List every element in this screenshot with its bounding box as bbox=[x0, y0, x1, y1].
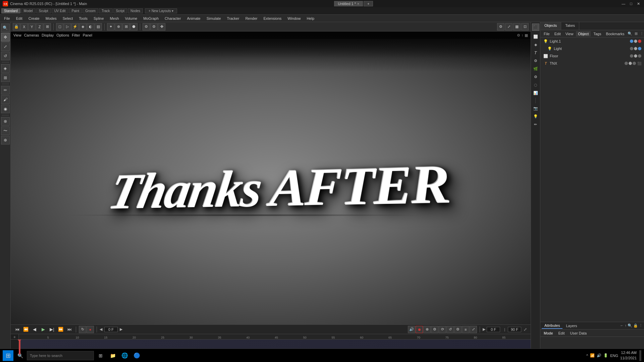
layout-sculpt[interactable]: Sculpt bbox=[36, 8, 51, 13]
layout-uvedit[interactable]: UV Edit bbox=[52, 8, 68, 13]
frame-rate[interactable]: ≡ bbox=[462, 326, 469, 333]
settings-btn[interactable]: ⚙ bbox=[150, 23, 158, 31]
tool-fx[interactable]: ⊗ bbox=[1, 117, 10, 126]
tab-takes[interactable]: Takes bbox=[561, 22, 579, 30]
tool-field[interactable]: 〜 bbox=[1, 126, 10, 135]
tool-scale[interactable]: ⤢ bbox=[1, 42, 10, 51]
dot-active-floor[interactable] bbox=[638, 54, 641, 58]
layout-track[interactable]: Track bbox=[99, 8, 113, 13]
object-item-light1[interactable]: 💡 Light.1 bbox=[540, 38, 644, 45]
view-fullscreen[interactable]: ⊡ bbox=[521, 23, 529, 31]
render-viewport[interactable]: ⚡ bbox=[71, 23, 79, 31]
record-anim[interactable]: ⏺ bbox=[416, 326, 423, 333]
ri-text[interactable]: T bbox=[532, 49, 539, 56]
pst-bookmarks[interactable]: Bookmarks bbox=[604, 31, 626, 37]
menu-animate[interactable]: Animate bbox=[184, 16, 203, 21]
coord-z[interactable]: Z bbox=[36, 23, 43, 31]
ri-dynamics[interactable]: ⚙ bbox=[532, 73, 539, 80]
atb-edit[interactable]: Edit bbox=[556, 330, 567, 336]
prev-keyframe-button[interactable]: ⏪ bbox=[22, 326, 30, 333]
dot-visible-tnx[interactable] bbox=[625, 62, 628, 65]
attr-search[interactable]: 🔍 bbox=[628, 323, 632, 328]
dot-visible-floor[interactable] bbox=[630, 54, 633, 58]
layout-standard[interactable]: Standard bbox=[1, 8, 20, 13]
options-icon[interactable]: ⋮ bbox=[639, 32, 644, 36]
atb-mode[interactable]: Mode bbox=[542, 330, 555, 336]
transform-global[interactable]: ⊕ bbox=[115, 23, 122, 31]
viewport-canvas[interactable]: Thanks AFTER bbox=[11, 32, 531, 324]
ri-spline[interactable]: ◌ bbox=[532, 81, 539, 88]
start-button[interactable]: ⊞ bbox=[3, 350, 13, 361]
tab-objects[interactable]: Objects bbox=[540, 22, 561, 30]
menu-character[interactable]: Character bbox=[162, 16, 183, 21]
coord-all[interactable]: ⊞ bbox=[44, 23, 51, 31]
close-button[interactable]: ✕ bbox=[636, 2, 641, 6]
tray-battery[interactable]: 🔋 bbox=[603, 353, 608, 358]
menu-tracker[interactable]: Tracker bbox=[224, 16, 242, 21]
render-region[interactable]: ◻ bbox=[56, 23, 63, 31]
dot-render-light1[interactable] bbox=[634, 40, 637, 43]
tool-select[interactable]: 🔍 bbox=[1, 23, 10, 32]
menu-window[interactable]: Window bbox=[285, 16, 303, 21]
search-icon[interactable]: 🔍 bbox=[627, 32, 633, 36]
system-clock[interactable]: 12:46 AM 11/2/2021 bbox=[620, 350, 637, 361]
dot-render-tnx[interactable] bbox=[629, 62, 632, 65]
menu-file[interactable]: File bbox=[1, 16, 13, 21]
tool-extra[interactable]: ⊕ bbox=[1, 136, 10, 144]
menu-simulate[interactable]: Simulate bbox=[204, 16, 224, 21]
timeline-settings-button[interactable]: ⤢ bbox=[523, 327, 528, 332]
transform-object[interactable]: ✦ bbox=[107, 23, 114, 31]
file-explorer-button[interactable]: 📁 bbox=[107, 350, 118, 361]
play-button[interactable]: ▶ bbox=[40, 326, 47, 333]
maximize-button[interactable]: □ bbox=[629, 2, 634, 6]
step-back-button[interactable]: ◀ bbox=[31, 326, 38, 333]
layout-paint[interactable]: Paint bbox=[69, 8, 82, 13]
attr-back[interactable]: ← bbox=[620, 323, 624, 328]
menu-render[interactable]: Render bbox=[243, 16, 260, 21]
jump-start-button[interactable]: ⏮ bbox=[13, 326, 21, 333]
tnx-tag[interactable]: ⬛ bbox=[637, 62, 641, 65]
close-tab-button[interactable]: × bbox=[357, 2, 359, 6]
coord-x[interactable]: X bbox=[20, 23, 28, 31]
record-button[interactable]: ● bbox=[87, 326, 94, 333]
menu-modes[interactable]: Modes bbox=[43, 16, 59, 21]
ri-material[interactable]: ◈ bbox=[532, 41, 539, 48]
current-frame-display[interactable]: 0 F bbox=[104, 327, 118, 332]
object-item-floor[interactable]: ⬜ Floor bbox=[540, 52, 644, 60]
new-layouts-button[interactable]: + New Layouts ▾ bbox=[145, 8, 177, 13]
layout-model[interactable]: Model bbox=[21, 8, 36, 13]
dot-render-light[interactable] bbox=[634, 47, 637, 50]
view-expand[interactable]: ⤢ bbox=[505, 23, 513, 31]
ri-xpresso[interactable]: ⚙ bbox=[532, 57, 539, 64]
viewport-extra-2[interactable]: ↑ bbox=[522, 33, 524, 38]
dot-active-light1[interactable] bbox=[638, 40, 641, 43]
anim-loop[interactable]: ↺ bbox=[446, 326, 454, 333]
nav-options[interactable]: Options bbox=[56, 33, 69, 37]
layout-nodes[interactable]: Nodes bbox=[128, 8, 143, 13]
dot-active-light[interactable] bbox=[638, 47, 641, 50]
ri-brush[interactable]: 🌿 bbox=[532, 65, 539, 72]
taskview-button[interactable]: ⊞ bbox=[95, 350, 106, 361]
menu-create[interactable]: Create bbox=[26, 16, 42, 21]
attr-forward[interactable]: ↑ bbox=[625, 323, 627, 328]
step-forward-button[interactable]: ▶| bbox=[48, 326, 56, 333]
nav-display[interactable]: Display bbox=[42, 33, 54, 37]
next-keyframe-button[interactable]: ⏩ bbox=[57, 326, 64, 333]
tray-show[interactable]: ^ bbox=[586, 354, 588, 358]
menu-mesh[interactable]: Mesh bbox=[107, 16, 122, 21]
viewport-extra-3[interactable]: ▦ bbox=[525, 33, 528, 38]
ri-graph[interactable]: 📊 bbox=[532, 89, 539, 97]
minimize-button[interactable]: — bbox=[620, 2, 627, 6]
menu-help[interactable]: Help bbox=[304, 16, 317, 21]
start-frame-display[interactable]: 0 F bbox=[487, 327, 500, 332]
menu-tools[interactable]: Tools bbox=[76, 16, 90, 21]
menu-mograph[interactable]: MoGraph bbox=[141, 16, 161, 21]
tool-live-select[interactable]: ⊞ bbox=[1, 73, 10, 82]
attr-options[interactable]: ⋮ bbox=[639, 323, 643, 328]
attr-tab-attributes[interactable]: Attributes bbox=[542, 323, 562, 329]
layout-script[interactable]: Script bbox=[113, 8, 127, 13]
attr-lock[interactable]: 🔒 bbox=[633, 323, 638, 328]
ri-camera[interactable]: 📷 bbox=[532, 105, 539, 112]
tool-rotate[interactable]: ↺ bbox=[1, 52, 10, 60]
menu-spline[interactable]: Spline bbox=[91, 16, 107, 21]
